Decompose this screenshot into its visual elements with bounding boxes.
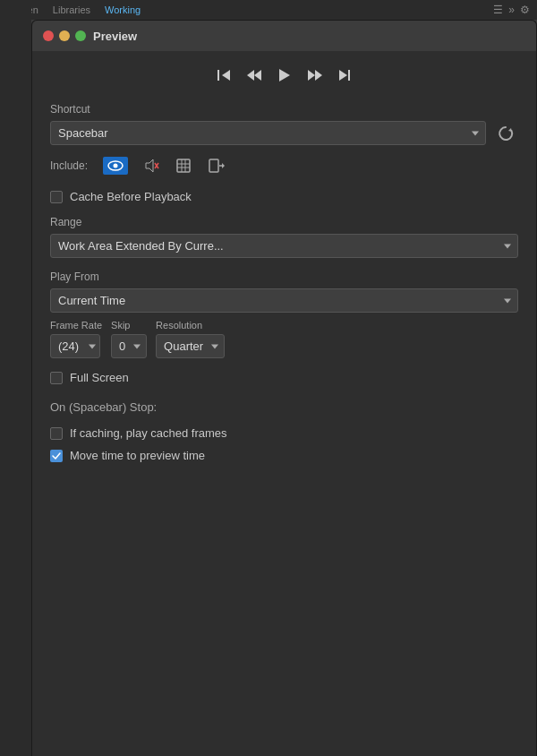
traffic-lights bbox=[43, 30, 86, 41]
frame-rate-dropdown[interactable]: (24) 24 30 60 bbox=[50, 334, 100, 358]
move-time-checkbox[interactable] bbox=[50, 450, 63, 462]
shortcut-dropdown[interactable]: Spacebar Numpad 0 bbox=[50, 121, 486, 145]
cache-checkbox[interactable] bbox=[50, 191, 63, 203]
svg-marker-12 bbox=[146, 159, 153, 172]
range-dropdown[interactable]: Work Area Extended By Curre... Work Area… bbox=[50, 234, 518, 258]
resolution-dropdown-wrap: Quarter Half Full Third bbox=[156, 334, 225, 358]
caching-checkbox[interactable] bbox=[50, 427, 63, 440]
frame-rate-col: Frame Rate (24) 24 30 60 bbox=[50, 320, 102, 358]
audio-mute-icon-button[interactable] bbox=[140, 154, 163, 177]
panel-body: Shortcut Spacebar Numpad 0 Include: bbox=[32, 51, 536, 475]
cache-checkbox-label[interactable]: Cache Before Playback bbox=[70, 190, 192, 203]
skip-dropdown-wrap: 0 1 2 3 bbox=[111, 334, 147, 358]
include-label: Include: bbox=[50, 159, 88, 172]
shortcut-label: Shortcut bbox=[50, 103, 518, 116]
svg-rect-8 bbox=[348, 70, 350, 81]
shortcut-reset-button[interactable] bbox=[493, 123, 518, 144]
svg-rect-15 bbox=[177, 159, 190, 172]
trim-icon-button[interactable] bbox=[172, 154, 195, 177]
tab-libraries[interactable]: Libraries bbox=[53, 4, 90, 15]
svg-rect-20 bbox=[209, 159, 218, 172]
step-forward-button[interactable] bbox=[303, 64, 327, 87]
move-time-checkbox-label[interactable]: Move time to preview time bbox=[70, 449, 205, 462]
skip-dropdown[interactable]: 0 1 2 3 bbox=[111, 334, 147, 358]
play-from-dropdown[interactable]: Current Time Beginning of Range bbox=[50, 288, 518, 313]
fullscreen-checkbox[interactable] bbox=[50, 372, 63, 384]
svg-marker-6 bbox=[315, 70, 322, 81]
skip-col-label: Skip bbox=[111, 320, 147, 331]
play-from-dropdown-wrap: Current Time Beginning of Range bbox=[50, 288, 518, 313]
gear-icon[interactable]: ⚙ bbox=[520, 4, 530, 16]
minimize-dot[interactable] bbox=[59, 30, 70, 41]
play-from-label: Play From bbox=[50, 271, 518, 283]
top-bar: Screen Libraries Working ☰ » ⚙ bbox=[0, 0, 537, 20]
playback-controls bbox=[50, 64, 518, 87]
preview-panel: Preview bbox=[31, 20, 537, 756]
hamburger-icon[interactable]: ☰ bbox=[493, 4, 503, 16]
resolution-col: Resolution Quarter Half Full Third bbox=[156, 320, 225, 358]
left-panel-bg bbox=[0, 0, 31, 756]
panel-titlebar: Preview bbox=[32, 21, 536, 51]
fullscreen-checkbox-label[interactable]: Full Screen bbox=[70, 371, 129, 384]
cache-checkbox-row: Cache Before Playback bbox=[50, 190, 518, 203]
maximize-dot[interactable] bbox=[75, 30, 86, 41]
caching-checkbox-row: If caching, play cached frames bbox=[50, 426, 518, 440]
shortcut-row: Spacebar Numpad 0 bbox=[50, 121, 518, 145]
close-dot[interactable] bbox=[43, 30, 54, 41]
frame-rate-col-label: Frame Rate bbox=[50, 320, 102, 331]
chevron-right-icon[interactable]: » bbox=[508, 4, 515, 16]
fr-row: Frame Rate (24) 24 30 60 Skip 0 1 bbox=[50, 320, 518, 358]
svg-marker-7 bbox=[339, 70, 347, 81]
go-to-start-button[interactable] bbox=[212, 64, 235, 87]
svg-marker-9 bbox=[508, 128, 512, 132]
svg-rect-0 bbox=[217, 70, 219, 81]
move-time-checkbox-row: Move time to preview time bbox=[50, 449, 518, 462]
tab-working[interactable]: Working bbox=[105, 4, 141, 15]
skip-col: Skip 0 1 2 3 bbox=[111, 320, 147, 358]
svg-marker-2 bbox=[247, 70, 254, 81]
svg-point-11 bbox=[114, 164, 118, 168]
shortcut-dropdown-wrap: Spacebar Numpad 0 bbox=[50, 121, 486, 145]
range-dropdown-wrap: Work Area Extended By Curre... Work Area… bbox=[50, 234, 518, 258]
top-bar-icons: ☰ » ⚙ bbox=[493, 4, 530, 16]
resolution-col-label: Resolution bbox=[156, 320, 225, 331]
svg-marker-4 bbox=[279, 69, 290, 82]
eye-icon-button[interactable] bbox=[100, 154, 131, 177]
svg-marker-1 bbox=[222, 70, 230, 81]
include-row: Include: bbox=[50, 154, 518, 177]
frame-rate-dropdown-wrap: (24) 24 30 60 bbox=[50, 334, 102, 358]
svg-marker-3 bbox=[254, 70, 261, 81]
caching-checkbox-label[interactable]: If caching, play cached frames bbox=[70, 426, 227, 440]
fullscreen-checkbox-row: Full Screen bbox=[50, 371, 518, 384]
play-button[interactable] bbox=[273, 64, 296, 87]
resolution-dropdown[interactable]: Quarter Half Full Third bbox=[156, 334, 225, 358]
on-stop-label: On (Spacebar) Stop: bbox=[50, 400, 518, 414]
step-back-button[interactable] bbox=[243, 64, 266, 87]
export-icon-button[interactable] bbox=[204, 154, 227, 177]
go-to-end-button[interactable] bbox=[334, 64, 357, 87]
panel-title: Preview bbox=[93, 30, 137, 43]
range-label: Range bbox=[50, 216, 518, 228]
svg-marker-5 bbox=[308, 70, 315, 81]
svg-marker-22 bbox=[222, 163, 225, 168]
